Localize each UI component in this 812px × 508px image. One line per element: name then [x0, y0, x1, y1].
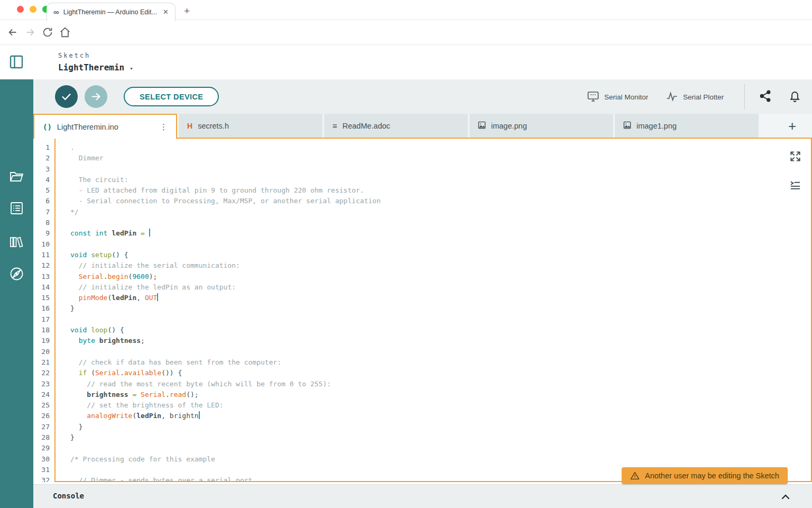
gutter-line-number: 20	[33, 347, 54, 357]
gutter-line-number: 7	[33, 207, 54, 217]
add-file-tab-button[interactable]: +	[788, 118, 796, 134]
gutter-line-number: 4	[33, 175, 54, 185]
gutter-line-number: 13	[33, 271, 54, 282]
fullscreen-expand-icon[interactable]	[789, 150, 801, 162]
file-tab-image-png[interactable]: image.png	[469, 114, 613, 138]
gutter-line-number: 6	[33, 196, 54, 206]
header-file-icon: H	[187, 122, 192, 130]
verify-button[interactable]	[55, 85, 78, 108]
libraries-books-icon[interactable]	[9, 234, 24, 250]
select-device-button[interactable]: SELECT DEVICE	[124, 87, 219, 106]
file-tab-ReadMe-adoc[interactable]: ≡ReadMe.adoc	[324, 114, 468, 138]
gutter-line-number: 19	[33, 335, 54, 346]
serial-monitor-label: Serial Monitor	[604, 93, 648, 101]
gutter-line-number: 3	[33, 164, 54, 175]
code-line: brightness = Serial.read();	[70, 389, 811, 400]
gutter-line-number: 32	[33, 475, 54, 482]
gutter-line-number: 29	[33, 443, 54, 453]
code-line: // check if data has been sent from the …	[70, 357, 811, 368]
code-line: - Serial connection to Processing, Max/M…	[70, 196, 811, 206]
browser-window: ∞ LightTheremin — Arduino Edit... ✕ + cl…	[0, 0, 812, 508]
examples-list-icon[interactable]	[9, 201, 24, 216]
share-icon[interactable]	[759, 89, 772, 103]
code-editor[interactable]: . Dimmer The circuit: - LED attached fro…	[54, 138, 812, 482]
file-tab-label: image.png	[491, 122, 527, 130]
ino-code-icon: ()	[43, 123, 52, 131]
gutter-line-number: 17	[33, 314, 54, 325]
file-tab-LightTheremin-ino[interactable]: ()LightTheremin.ino⋮	[33, 114, 177, 139]
auto-format-icon[interactable]	[789, 179, 801, 192]
gutter-line-number: 26	[33, 411, 54, 421]
tab-options-kebab-icon[interactable]: ⋮	[160, 122, 168, 132]
forward-icon	[24, 26, 36, 38]
code-line: // initialize the ledPin as an output:	[70, 282, 811, 293]
code-line: // set the brightness of the LED:	[70, 400, 811, 411]
gutter-line-number: 30	[33, 454, 54, 465]
gutter-line-number: 31	[33, 465, 54, 475]
code-line: pinMode(ledPin, OUT	[70, 293, 811, 303]
gutter-line-number: 25	[33, 400, 54, 411]
code-line	[70, 314, 811, 325]
file-tab-label: LightTheremin.ino	[57, 123, 118, 131]
gutter-line-number: 1	[33, 142, 54, 153]
gutter-line-number: 16	[33, 303, 54, 314]
gutter-line-number: 28	[33, 432, 54, 443]
code-line: - LED attached from digital pin 9 to gro…	[70, 185, 811, 196]
code-line: }	[70, 303, 811, 314]
gutter-line-number: 23	[33, 379, 54, 389]
console-collapse-chevron-icon[interactable]	[780, 492, 791, 502]
browser-nav-toolbar: cloud.arduino.cc/editor/volt23/c563277d-…	[0, 20, 812, 45]
gutter-line-number: 10	[33, 239, 54, 250]
file-tab-secrets-h[interactable]: Hsecrets.h	[179, 114, 322, 138]
serial-plotter-label: Serial Plotter	[683, 93, 724, 101]
code-line: analogWrite(ledPin, brightn	[70, 411, 811, 421]
gutter-line-number: 22	[33, 368, 54, 378]
code-line	[70, 347, 811, 357]
serial-plotter-icon	[666, 90, 678, 104]
new-tab-button[interactable]: +	[184, 5, 190, 17]
browser-tab[interactable]: ∞ LightTheremin — Arduino Edit... ✕	[47, 3, 176, 21]
file-tab-label: ReadMe.adoc	[343, 122, 390, 130]
home-icon[interactable]	[59, 26, 71, 38]
code-line: if (Serial.available()) {	[70, 368, 811, 378]
gutter-line-number: 2	[33, 153, 54, 164]
sidebar-toggle-icon[interactable]	[9, 55, 24, 69]
console-bar[interactable]: Console	[33, 484, 812, 508]
sketch-name-dropdown[interactable]: LightTheremin▾	[58, 62, 133, 72]
macos-close-button[interactable]	[17, 6, 24, 13]
serial-plotter-button[interactable]: Serial Plotter	[666, 90, 724, 104]
app-header: Sketch LightTheremin▾	[0, 45, 812, 79]
upload-button[interactable]	[85, 85, 107, 108]
chevron-down-icon: ▾	[130, 65, 133, 72]
collaboration-warning-toast[interactable]: Another user may be editing the Sketch	[622, 467, 788, 484]
gutter-line-number: 8	[33, 217, 54, 228]
reload-icon[interactable]	[42, 26, 53, 38]
code-line: void loop() {	[70, 325, 811, 335]
collaborator-cursor	[157, 293, 158, 301]
reference-compass-icon[interactable]	[9, 266, 24, 282]
code-line: // initialize the serial communication:	[70, 260, 811, 271]
back-icon[interactable]	[7, 26, 19, 38]
image-file-icon	[478, 121, 486, 131]
left-sidebar	[0, 79, 33, 508]
file-tab-label: secrets.h	[198, 122, 229, 130]
code-line	[70, 217, 811, 228]
serial-monitor-button[interactable]: Serial Monitor	[587, 90, 648, 104]
code-line: // read the most recent byte (which will…	[70, 379, 811, 389]
browser-tab-title: LightTheremin — Arduino Edit...	[63, 8, 159, 16]
macos-minimize-button[interactable]	[30, 6, 36, 13]
gutter-line-number: 24	[33, 389, 54, 400]
sketchbook-folder-icon[interactable]	[9, 169, 24, 184]
notifications-bell-icon[interactable]	[788, 89, 801, 103]
code-area[interactable]: . Dimmer The circuit: - LED attached fro…	[56, 139, 811, 482]
code-line	[70, 164, 811, 175]
collaborator-cursor	[199, 411, 200, 419]
gutter-line-number: 12	[33, 260, 54, 271]
toolbar-divider	[744, 84, 745, 110]
toast-message: Another user may be editing the Sketch	[645, 471, 779, 480]
editor-toolbar: SELECT DEVICE Serial Monitor Serial Plot…	[33, 79, 812, 114]
code-line: }	[70, 432, 811, 443]
code-line: Dimmer	[70, 153, 811, 164]
tab-close-icon[interactable]: ✕	[163, 8, 169, 16]
file-tab-image1-png[interactable]: image1.png	[615, 114, 759, 138]
